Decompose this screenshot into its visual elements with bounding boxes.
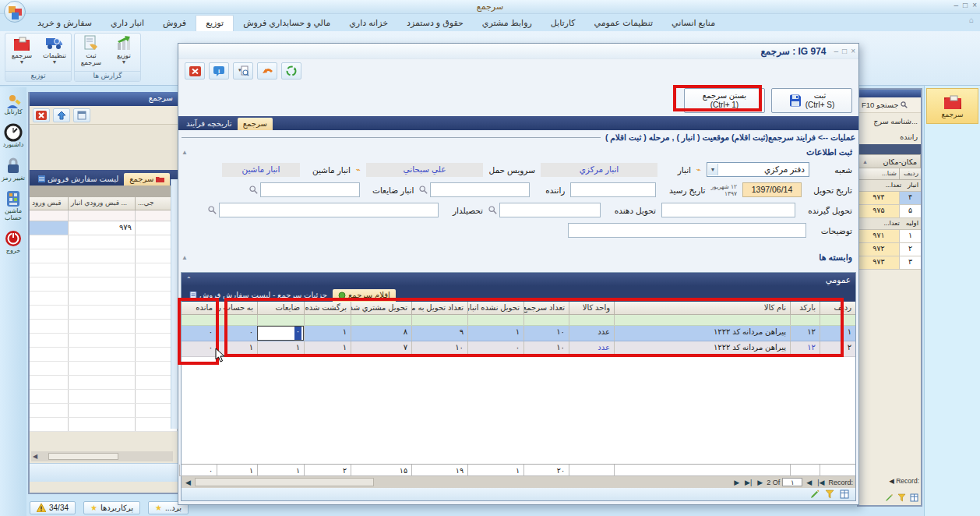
save-button[interactable]: ثبت(Ctrl+ S)	[771, 88, 852, 113]
search-icon[interactable]	[419, 186, 428, 194]
section-header-info[interactable]: ثبت اطلاعات ▲	[182, 146, 852, 158]
filter-icon[interactable]	[825, 489, 834, 499]
minimize-icon[interactable]: –	[954, 1, 959, 9]
tab-general-settings[interactable]: تنظيمات عمومي	[585, 16, 663, 31]
tab-inventory[interactable]: انبار داري	[101, 16, 153, 31]
driver-field[interactable]	[430, 182, 530, 197]
nav-first-icon[interactable]: |◀	[816, 479, 826, 486]
tab-surjam[interactable]: سرجمع	[124, 173, 170, 186]
minimize-icon[interactable]: –	[834, 47, 839, 55]
nav-next-icon[interactable]: ▶	[732, 479, 741, 486]
search-row[interactable]: جستجو F10	[858, 97, 921, 113]
info-icon[interactable]: i	[209, 62, 229, 80]
header-cell[interactable]: نام کالا	[614, 302, 790, 314]
header-cell[interactable]: تعداد تحويل به ما...	[411, 302, 467, 314]
group-header-location[interactable]: ▲ مکان-مکان	[858, 154, 921, 168]
search-icon[interactable]	[208, 206, 217, 214]
close-red-icon[interactable]	[33, 108, 50, 122]
tab-treasury[interactable]: خزانه داري	[340, 16, 397, 31]
group-row-avalie[interactable]: اوليهتعدا...	[858, 218, 921, 230]
header-cell[interactable]: تحويل مشتري شده	[351, 302, 411, 314]
left-grid-row[interactable]: ۹۷۹	[30, 221, 178, 235]
collapse-icon[interactable]: ⌃	[186, 276, 192, 283]
tab-crm[interactable]: روابط مشتري	[473, 16, 541, 31]
left-grid-filter-row[interactable]	[30, 210, 178, 221]
right-grid-row[interactable]: ۲۹۷۲	[858, 243, 921, 256]
maximize-icon[interactable]: □	[963, 1, 968, 9]
header-cell[interactable]: به حساب را...	[217, 302, 257, 314]
record-number-box[interactable]: ۱	[782, 478, 802, 486]
close-surjam-button[interactable]: بستن سرجمع(Ctrl+ 1)	[684, 88, 765, 113]
grid-icon[interactable]	[840, 489, 849, 499]
collapse-icon[interactable]: ▲	[182, 149, 188, 156]
notes-field[interactable]	[568, 223, 806, 238]
service-value[interactable]: علي سبحاني	[366, 163, 483, 177]
print-preview-icon[interactable]: ▾	[233, 62, 253, 80]
tab-surjam-items[interactable]: اقلام سرجمع	[333, 289, 396, 302]
receiver-field[interactable]	[661, 203, 795, 217]
nav-arrow-icon[interactable]: ◀	[889, 477, 894, 485]
header-cell[interactable]: برگشت شده	[304, 302, 351, 314]
collapse-icon[interactable]: ▲	[182, 254, 188, 261]
waste-warehouse-field[interactable]	[260, 182, 360, 197]
register-surjam-button[interactable]: ثبت سرجمع	[76, 35, 106, 67]
tab-surjam-main[interactable]: سرجمع	[238, 118, 273, 130]
nav-next-page-icon[interactable]: ▶	[756, 479, 764, 486]
refresh-icon[interactable]	[281, 62, 301, 80]
search-icon[interactable]	[249, 186, 258, 194]
delete-icon[interactable]	[185, 62, 205, 80]
right-grid-header[interactable]: رديف شنا...	[858, 168, 921, 180]
tab-distribution[interactable]: توزيع	[196, 15, 234, 31]
tab-cartable[interactable]: کارتابل	[541, 16, 585, 31]
vertical-scrollbar[interactable]	[171, 179, 178, 429]
search-icon[interactable]	[488, 206, 497, 214]
header-cell[interactable]: تعداد سرجمع	[523, 302, 569, 314]
right-grid-row[interactable]: ۳۹۷۳	[858, 256, 921, 270]
sidebar-item-cartable[interactable]: کارتابل	[4, 94, 22, 115]
header-cell[interactable]: بارکد	[790, 302, 820, 314]
window-controls[interactable]: – □ ×	[954, 1, 977, 9]
sidebar-item-calculator[interactable]: ماشين حساب	[0, 189, 26, 221]
machine-warehouse-value[interactable]: انبار ماشين	[222, 163, 300, 177]
tab-payroll[interactable]: حقوق و دستمزد	[397, 16, 473, 31]
scroll-left-icon[interactable]: ◀	[184, 479, 192, 486]
edit-pencil-icon[interactable]	[810, 489, 820, 499]
settings-button[interactable]: تنظيمات ▼	[40, 35, 69, 65]
tab-sales[interactable]: فروش	[153, 16, 196, 31]
field-surjam-id[interactable]: شناسه سرج...	[858, 113, 921, 129]
right-grid-row[interactable]: ۵۹۷۵	[858, 205, 921, 218]
export-icon[interactable]	[73, 108, 90, 122]
field-driver[interactable]: راننده	[858, 129, 921, 144]
delivery-date-field[interactable]: 1397/06/14	[742, 182, 802, 197]
dialog-window-controls[interactable]: – □ ×	[834, 47, 855, 55]
sidebar-item-change-password[interactable]: تغيير رمز	[2, 157, 25, 182]
edit-pencil-icon[interactable]	[885, 493, 894, 502]
tab-surjam-details[interactable]: جزئيات سرجمع - ليست سفارش فروش	[184, 289, 333, 302]
nav-last-icon[interactable]: ▶|	[743, 479, 753, 486]
group-row-anbar[interactable]: انبارتعدا...	[858, 180, 921, 192]
right-grid-row[interactable]: ۱۹۷۱	[858, 230, 921, 243]
header-cell[interactable]: واحد کالا	[569, 302, 614, 314]
tab-process-history[interactable]: تاريخچه فرآيند	[181, 118, 238, 130]
distribution-report-button[interactable]: توزيع ▼	[109, 35, 139, 67]
undo-icon[interactable]	[257, 62, 277, 80]
grid-row-1[interactable]: ۱ ۱۲ پيراهن مردانه کد ۱۲۲۲ عدد ۱۰ ۱ ۹ ۸ …	[182, 326, 855, 341]
pin-panel-icon[interactable]: ⌂	[969, 16, 974, 24]
maximize-icon[interactable]: □	[842, 47, 847, 55]
tab-order-purchase[interactable]: سفارش و خريد	[28, 16, 101, 31]
deliverer-field[interactable]	[499, 203, 601, 217]
header-cell[interactable]: تحويل نشده انبار	[467, 302, 523, 314]
close-icon[interactable]: ×	[851, 47, 855, 55]
tab-sales-order-list[interactable]: ليست سفارش فروش	[33, 173, 124, 186]
app-menu-orb[interactable]	[4, 1, 26, 23]
tab-finance[interactable]: مالي و حسابداري فروش	[234, 16, 340, 31]
grid-row-2[interactable]: ۲ ۱۲ پيراهن مردانه کد ۱۲۲۲ عدد ۱۰ ۰ ۱۰ ۷…	[182, 341, 855, 357]
nav-prev-icon[interactable]: ◀	[805, 479, 813, 486]
header-cell[interactable]: رديف	[820, 302, 855, 314]
sidebar-item-exit[interactable]: خروج	[4, 229, 23, 254]
sidebar-item-dashboard[interactable]: داشبورد	[3, 123, 23, 148]
up-arrow-icon[interactable]	[53, 108, 70, 122]
filter-icon[interactable]	[897, 493, 906, 502]
dock-item-surjam[interactable]: سرجمع	[926, 88, 978, 124]
horizontal-scrollbar[interactable]: ◀	[31, 451, 173, 461]
